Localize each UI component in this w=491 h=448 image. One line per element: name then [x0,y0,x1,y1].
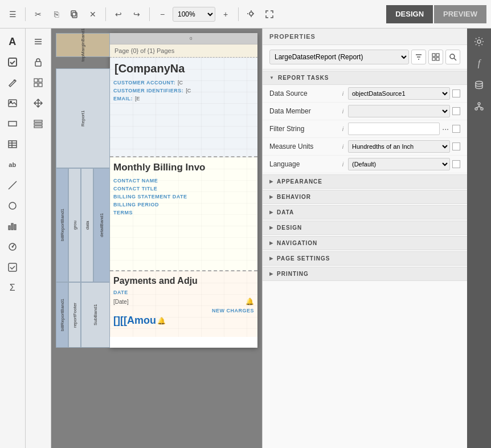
svg-point-35 [478,103,480,105]
image-tool-icon[interactable] [4,95,21,112]
lock-icon[interactable] [30,54,47,71]
svg-rect-22 [34,83,38,87]
circle-tool-icon[interactable] [4,197,21,214]
report-selector-dropdown[interactable]: LargeDatasetReport (Report) [269,50,409,64]
view-toggle: DESIGN PREVIEW [386,5,486,23]
text-tool-icon[interactable]: A [4,33,21,50]
data-member-row: Data Member i [263,103,467,120]
behavior-section-header[interactable]: ▶ BEHAVIOR [263,190,467,204]
svg-point-33 [477,40,481,43]
new-charges-label: NEW CHARGES [113,307,254,315]
data-source-select[interactable]: objectDataSource1 [348,87,450,100]
line-tool-icon[interactable] [4,177,21,194]
data-member-label: Data Member [269,107,338,115]
design-tab-button[interactable]: DESIGN [386,5,433,23]
arrows-icon[interactable] [30,95,47,112]
language-select[interactable]: (Default) [348,158,450,170]
measure-units-select[interactable]: Hundredths of an Inch [348,140,450,153]
data-member-select[interactable] [348,105,450,117]
cut-button[interactable]: ✂ [30,6,46,22]
data-member-checkbox[interactable] [452,107,460,115]
printing-section-header[interactable]: ▶ PRINTING [263,267,467,281]
copy-button[interactable]: ⎘ [48,6,64,22]
canvas-area[interactable]: topMarginBand1 Report1 billReportBand1 g… [51,28,262,448]
design-section-header[interactable]: ▶ DESIGN [263,221,467,235]
filter-string-label: Filter String [269,125,338,133]
appearance-arrow: ▶ [269,179,273,184]
bill-band-label: billReportBand1 [56,168,68,282]
filter-string-row: Filter String i ··· [263,120,467,138]
data-label: data [81,168,93,282]
navigation-arrow: ▶ [269,241,273,246]
list-icon[interactable] [30,33,47,50]
top-margin-label-area: topMarginBand1 [56,33,110,57]
language-label: Language [269,160,338,168]
table-tool-icon[interactable] [4,136,21,153]
fullscreen-button[interactable] [261,6,277,22]
amount-value: [][[Amou [113,315,156,327]
data-source-checkbox[interactable] [452,89,460,97]
date-value: [Date] [113,299,129,305]
svg-rect-26 [34,126,42,128]
preview-tab-button[interactable]: PREVIEW [434,5,486,23]
data-label: DATA [277,209,294,215]
filter-string-dots-button[interactable]: ··· [442,124,449,133]
detail-label-area: billReportBand1 grou data detailBand1 [56,168,110,282]
database-icon[interactable] [470,76,488,93]
rect-tool-icon[interactable] [4,115,21,132]
search-properties-button[interactable] [445,50,460,64]
bar-chart-icon[interactable] [4,218,21,235]
zoom-out-button[interactable]: − [154,6,170,22]
data-source-label: Data Source [269,89,338,97]
language-value: (Default) [348,158,460,170]
tree-icon[interactable] [470,98,488,115]
separator-4 [238,7,239,21]
canvas-scroll[interactable]: topMarginBand1 Report1 billReportBand1 g… [51,28,262,448]
edit-tool-icon[interactable] [4,74,21,91]
sigma-icon[interactable]: Σ [4,279,21,296]
function-icon[interactable]: f [470,55,488,72]
filter-string-checkbox[interactable] [452,125,460,133]
gauge-icon[interactable] [4,238,21,255]
report-selector-row: LargeDatasetReport (Report) [263,45,467,70]
main-area: A ab [0,28,491,448]
svg-point-31 [450,54,455,59]
zoom-in-button[interactable]: + [218,6,234,22]
billing-statement-date-field: BILLING STATEMENT DATE [113,193,254,201]
paste-button[interactable] [67,6,83,22]
data-source-info: i [338,90,348,97]
check-tool-icon[interactable] [4,54,21,71]
group-footer-band: Payments and Adju DATE [Date] 🔔 NEW CHAR… [110,271,257,337]
customer-account-row: CUSTOMER ACCOUNT: [C [113,79,254,87]
page-settings-section-header[interactable]: ▶ PAGE SETTINGS [263,251,467,266]
navigation-label: NAVIGATION [277,240,317,246]
svg-point-37 [481,108,483,110]
delete-button[interactable]: ✕ [85,6,101,22]
checkbox-tool-icon[interactable] [4,259,21,276]
filter-string-input[interactable] [348,123,440,135]
sort-properties-button[interactable] [411,50,426,64]
report-page: 0 1 Page {0} of {1} Pages [CompanyNa CUS… [110,33,257,348]
language-checkbox[interactable] [452,160,460,168]
customer-identifiers-value: [C [186,88,191,93]
location-button[interactable] [243,6,259,22]
stacked-icon[interactable] [30,115,47,132]
payments-title: Payments and Adju [113,274,254,288]
menu-button[interactable]: ☰ [5,6,21,22]
redo-button[interactable]: ↪ [129,6,145,22]
grid-view-button[interactable] [428,50,443,64]
svg-point-36 [475,108,477,110]
ab-tool-icon[interactable]: ab [4,156,21,173]
data-section-header[interactable]: ▶ DATA [263,205,467,219]
svg-point-9 [9,202,16,209]
zoom-select[interactable]: 100% [173,7,215,22]
gear-icon[interactable] [470,33,488,50]
billing-period-field: BILLING PERIOD [113,201,254,209]
grid-list-icon[interactable] [30,74,47,91]
measure-units-checkbox[interactable] [452,142,460,150]
appearance-section-header[interactable]: ▶ APPEARANCE [263,174,467,189]
report-tasks-arrow: ▼ [269,75,275,80]
navigation-section-header[interactable]: ▶ NAVIGATION [263,236,467,250]
undo-button[interactable]: ↩ [111,6,126,22]
report-tasks-section-header[interactable]: ▼ REPORT TASKS [263,71,467,85]
